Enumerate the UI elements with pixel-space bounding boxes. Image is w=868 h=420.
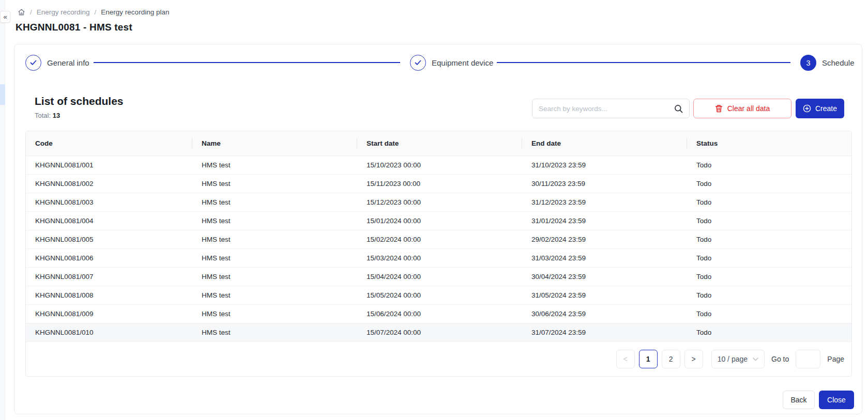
- cell-code: KHGNNL0081/009: [26, 305, 192, 323]
- search-icon: [674, 104, 683, 113]
- step-connector: [497, 62, 790, 63]
- step-connector: [94, 62, 400, 63]
- cell-end-date: 30/04/2024 23:59: [522, 268, 687, 286]
- breadcrumb-separator: /: [95, 8, 97, 16]
- breadcrumb-item-energy-recording-plan: Energy recording plan: [101, 8, 169, 16]
- double-chevron-left-icon: «: [3, 13, 7, 21]
- table-row[interactable]: KHGNNL0081/001 HMS test 15/10/2023 00:00…: [26, 156, 851, 175]
- cell-end-date: 31/01/2024 23:59: [522, 212, 687, 230]
- cell-name: HMS test: [192, 193, 357, 211]
- search-box: [532, 99, 690, 118]
- close-button[interactable]: Close: [819, 391, 854, 409]
- cell-name: HMS test: [192, 175, 357, 193]
- plus-circle-icon: [803, 104, 811, 113]
- clear-all-data-button[interactable]: Clear all data: [693, 99, 791, 118]
- create-button[interactable]: Create: [796, 99, 844, 118]
- column-header-status: Status: [687, 131, 851, 155]
- cell-status: Todo: [687, 230, 851, 248]
- table-row[interactable]: KHGNNL0081/006 HMS test 15/03/2024 00:00…: [26, 249, 851, 268]
- goto-page-input[interactable]: [796, 350, 820, 368]
- table-row[interactable]: KHGNNL0081/004 HMS test 15/01/2024 00:00…: [26, 212, 851, 230]
- column-header-code: Code: [26, 131, 192, 155]
- pagination-next-button[interactable]: >: [684, 350, 703, 368]
- search-input[interactable]: [539, 105, 670, 113]
- table-row[interactable]: KHGNNL0081/005 HMS test 15/02/2024 00:00…: [26, 230, 851, 249]
- step-equipment-device[interactable]: Equipment device: [410, 55, 493, 71]
- cell-start-date: 15/12/2023 00:00: [357, 193, 522, 211]
- table-row[interactable]: KHGNNL0081/002 HMS test 15/11/2023 00:00…: [26, 175, 851, 193]
- step-check-icon: [25, 55, 41, 71]
- cell-code: KHGNNL0081/008: [26, 286, 192, 304]
- cell-status: Todo: [687, 305, 851, 323]
- column-header-end-date: End date: [522, 131, 687, 155]
- cell-end-date: 31/03/2024 23:59: [522, 249, 687, 267]
- cell-name: HMS test: [192, 286, 357, 304]
- clear-button-label: Clear all data: [727, 104, 770, 113]
- cell-code: KHGNNL0081/004: [26, 212, 192, 230]
- sidebar-active-item[interactable]: [0, 84, 5, 105]
- schedules-table: Code Name Start date End date Status KHG…: [25, 131, 852, 377]
- breadcrumb: / Energy recording / Energy recording pl…: [18, 8, 169, 16]
- cell-start-date: 15/04/2024 00:00: [357, 268, 522, 286]
- pagination: < 1 2 > 10 / page Go to Page: [26, 342, 851, 376]
- table-body: KHGNNL0081/001 HMS test 15/10/2023 00:00…: [26, 156, 851, 342]
- table-row[interactable]: KHGNNL0081/003 HMS test 15/12/2023 00:00…: [26, 193, 851, 212]
- cell-end-date: 31/10/2023 23:59: [522, 156, 687, 174]
- pagination-prev-button[interactable]: <: [616, 350, 635, 368]
- page-label: Page: [827, 355, 844, 363]
- cell-end-date: 30/11/2023 23:59: [522, 175, 687, 193]
- cell-code: KHGNNL0081/001: [26, 156, 192, 174]
- back-button[interactable]: Back: [783, 391, 815, 409]
- list-title: List of schedules: [35, 95, 124, 107]
- cell-status: Todo: [687, 212, 851, 230]
- step-label: General info: [47, 58, 89, 67]
- sidebar-collapse-button[interactable]: «: [0, 11, 10, 23]
- cell-name: HMS test: [192, 323, 357, 341]
- breadcrumb-separator: /: [30, 8, 32, 16]
- cell-end-date: 31/07/2024 23:59: [522, 323, 687, 341]
- chevron-down-icon: [753, 357, 758, 361]
- table-row[interactable]: KHGNNL0081/009 HMS test 15/06/2024 00:00…: [26, 305, 851, 323]
- step-schedule[interactable]: 3 Schedule: [800, 55, 855, 71]
- step-label: Equipment device: [432, 58, 493, 67]
- pagination-page-2-button[interactable]: 2: [662, 350, 680, 368]
- cell-start-date: 15/07/2024 00:00: [357, 323, 522, 341]
- cell-name: HMS test: [192, 305, 357, 323]
- cell-status: Todo: [687, 268, 851, 286]
- cell-start-date: 15/05/2024 00:00: [357, 286, 522, 304]
- trash-icon: [715, 104, 723, 113]
- breadcrumb-item-energy-recording[interactable]: Energy recording: [37, 8, 90, 16]
- table-row[interactable]: KHGNNL0081/008 HMS test 15/05/2024 00:00…: [26, 286, 851, 305]
- page-title: KHGNNL0081 - HMS test: [16, 22, 132, 33]
- home-icon[interactable]: [18, 8, 25, 16]
- cell-status: Todo: [687, 286, 851, 304]
- cell-end-date: 30/06/2024 23:59: [522, 305, 687, 323]
- column-header-start-date: Start date: [357, 131, 522, 155]
- cell-name: HMS test: [192, 230, 357, 248]
- step-label: Schedule: [822, 58, 855, 67]
- total-value: 13: [53, 112, 60, 119]
- search-button[interactable]: [674, 104, 683, 113]
- cell-code: KHGNNL0081/005: [26, 230, 192, 248]
- cell-start-date: 15/11/2023 00:00: [357, 175, 522, 193]
- cell-code: KHGNNL0081/003: [26, 193, 192, 211]
- cell-name: HMS test: [192, 249, 357, 267]
- cell-code: KHGNNL0081/002: [26, 175, 192, 193]
- cell-end-date: 31/05/2024 23:59: [522, 286, 687, 304]
- cell-start-date: 15/03/2024 00:00: [357, 249, 522, 267]
- cell-start-date: 15/01/2024 00:00: [357, 212, 522, 230]
- page-size-value: 10 / page: [718, 355, 748, 363]
- cell-code: KHGNNL0081/006: [26, 249, 192, 267]
- cell-start-date: 15/02/2024 00:00: [357, 230, 522, 248]
- pagination-page-1-button[interactable]: 1: [639, 350, 658, 368]
- cell-status: Todo: [687, 156, 851, 174]
- step-check-icon: [410, 55, 426, 71]
- list-total: Total: 13: [35, 112, 60, 119]
- cell-name: HMS test: [192, 268, 357, 286]
- table-row[interactable]: KHGNNL0081/007 HMS test 15/04/2024 00:00…: [26, 268, 851, 286]
- page-size-select[interactable]: 10 / page: [711, 350, 765, 368]
- collapsed-sidebar: [0, 0, 5, 420]
- table-row[interactable]: KHGNNL0081/010 HMS test 15/07/2024 00:00…: [26, 323, 851, 342]
- cell-start-date: 15/10/2023 00:00: [357, 156, 522, 174]
- step-general-info[interactable]: General info: [25, 55, 89, 71]
